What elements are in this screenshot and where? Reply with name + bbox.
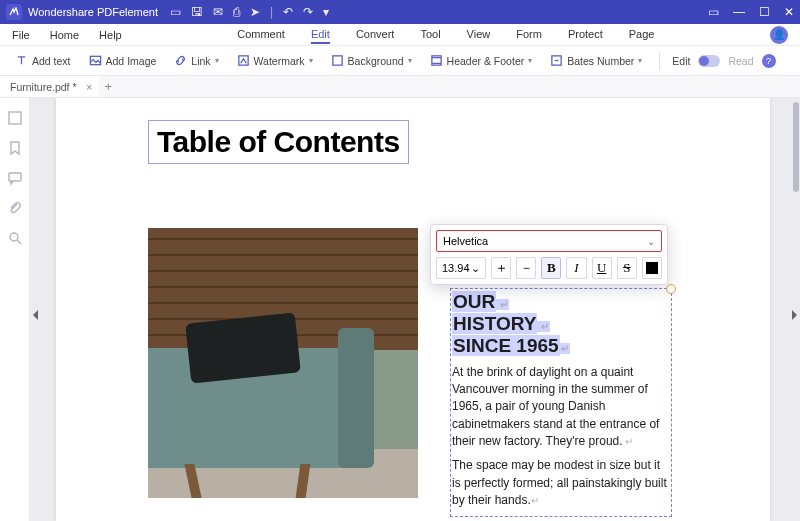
tab-tool[interactable]: Tool xyxy=(420,26,440,44)
menu-home[interactable]: Home xyxy=(50,29,79,41)
background-button[interactable]: Background ▾ xyxy=(326,52,417,69)
document-tab[interactable]: Furniture.pdf * × xyxy=(0,76,99,97)
text-icon xyxy=(15,54,28,67)
search-icon[interactable] xyxy=(7,230,23,246)
more-icon[interactable]: ▾ xyxy=(323,5,329,19)
text-edit-region[interactable]: OUR ↵ HISTORY ↵ SINCE 1965↵ At the brink… xyxy=(450,288,672,517)
hint-icon[interactable]: ? xyxy=(762,54,776,68)
chevron-down-icon: ▾ xyxy=(638,56,642,65)
chevron-down-icon: ⌄ xyxy=(471,262,480,275)
increase-size-button[interactable]: ＋ xyxy=(491,257,511,279)
add-tab-button[interactable]: + xyxy=(105,79,113,94)
font-color-button[interactable] xyxy=(642,257,662,279)
background-icon xyxy=(331,54,344,67)
toolbar-separator xyxy=(659,52,660,70)
app-title: Wondershare PDFelement xyxy=(28,6,158,18)
close-button[interactable]: ✕ xyxy=(784,5,794,19)
bates-number-button[interactable]: Bates Number ▾ xyxy=(545,52,647,69)
svg-point-7 xyxy=(10,233,18,241)
attachments-icon[interactable] xyxy=(7,200,23,216)
watermark-button[interactable]: Watermark ▾ xyxy=(232,52,318,69)
title-bar: Wondershare PDFelement ▭ 🖫 ✉ ⎙ ➤ | ↶ ↷ ▾… xyxy=(0,0,800,24)
text-format-popup: Helvetica ⌄ 13.94 ⌄ ＋ － B I U S xyxy=(430,224,668,285)
menu-help[interactable]: Help xyxy=(99,29,122,41)
document-image[interactable] xyxy=(148,228,418,498)
menu-file[interactable]: File xyxy=(12,29,30,41)
document-canvas[interactable]: Table of Contents OUR ↵ HISTORY ↵ SINCE … xyxy=(30,98,800,521)
svg-rect-6 xyxy=(9,173,21,181)
strikethrough-button[interactable]: S xyxy=(617,257,637,279)
body-paragraph-1[interactable]: At the brink of daylight on a quaint Van… xyxy=(452,364,670,451)
open-icon[interactable]: ▭ xyxy=(170,5,181,19)
font-family-select[interactable]: Helvetica ⌄ xyxy=(436,230,662,252)
window-controls: ▭ ― ☐ ✕ xyxy=(708,5,794,19)
workspace: Table of Contents OUR ↵ HISTORY ↵ SINCE … xyxy=(0,98,800,521)
user-avatar[interactable]: 👤 xyxy=(770,26,788,44)
underline-button[interactable]: U xyxy=(592,257,612,279)
read-mode-label: Read xyxy=(728,55,753,67)
tab-form[interactable]: Form xyxy=(516,26,542,44)
font-size-select[interactable]: 13.94 ⌄ xyxy=(436,257,486,279)
chevron-down-icon: ▾ xyxy=(408,56,412,65)
decrease-size-button[interactable]: － xyxy=(516,257,536,279)
thumbnails-icon[interactable] xyxy=(7,110,23,126)
link-icon xyxy=(174,54,187,67)
body-paragraph-2[interactable]: The space may be modest in size but it i… xyxy=(452,457,670,509)
save-icon[interactable]: 🖫 xyxy=(191,5,203,19)
bates-icon xyxy=(550,54,563,67)
image-icon xyxy=(89,54,102,67)
chevron-down-icon: ⌄ xyxy=(647,236,655,247)
chevron-down-icon: ▾ xyxy=(309,56,313,65)
italic-button[interactable]: I xyxy=(566,257,586,279)
pdf-page[interactable]: Table of Contents OUR ↵ HISTORY ↵ SINCE … xyxy=(56,98,770,521)
redo-icon[interactable]: ↷ xyxy=(303,5,313,19)
edit-read-toggle[interactable] xyxy=(698,55,720,67)
tab-edit[interactable]: Edit xyxy=(311,26,330,44)
share-icon[interactable]: ➤ xyxy=(250,5,260,19)
print-icon[interactable]: ⎙ xyxy=(233,5,240,19)
edit-toolbar: Add text Add Image Link ▾ Watermark ▾ Ba… xyxy=(0,46,800,76)
add-image-button[interactable]: Add Image xyxy=(84,52,162,69)
comments-icon[interactable] xyxy=(7,170,23,186)
close-tab-icon[interactable]: × xyxy=(86,81,92,93)
svg-rect-5 xyxy=(9,112,21,124)
edit-mode-label: Edit xyxy=(672,55,690,67)
tab-view[interactable]: View xyxy=(467,26,491,44)
mail-icon[interactable]: ✉ xyxy=(213,5,223,19)
vertical-scrollbar[interactable] xyxy=(793,102,799,192)
tab-comment[interactable]: Comment xyxy=(237,26,285,44)
tab-convert[interactable]: Convert xyxy=(356,26,395,44)
svg-rect-1 xyxy=(238,56,247,65)
header-footer-button[interactable]: Header & Footer ▾ xyxy=(425,52,538,69)
svg-rect-2 xyxy=(332,56,341,65)
selected-heading[interactable]: OUR ↵ HISTORY ↵ SINCE 1965↵ xyxy=(452,291,670,357)
chevron-down-icon: ▾ xyxy=(215,56,219,65)
side-panel xyxy=(0,98,30,521)
toc-heading-box[interactable]: Table of Contents xyxy=(148,120,409,164)
toc-title: Table of Contents xyxy=(157,125,400,159)
watermark-icon xyxy=(237,54,250,67)
header-footer-icon xyxy=(430,54,443,67)
link-button[interactable]: Link ▾ xyxy=(169,52,223,69)
document-tab-bar: Furniture.pdf * × + xyxy=(0,76,800,98)
window-menu-icon[interactable]: ▭ xyxy=(708,5,719,19)
undo-icon[interactable]: ↶ xyxy=(283,5,293,19)
minimize-button[interactable]: ― xyxy=(733,5,745,19)
tab-page[interactable]: Page xyxy=(629,26,655,44)
add-text-button[interactable]: Add text xyxy=(10,52,76,69)
tab-protect[interactable]: Protect xyxy=(568,26,603,44)
maximize-button[interactable]: ☐ xyxy=(759,5,770,19)
chevron-down-icon: ▾ xyxy=(528,56,532,65)
qat-separator: | xyxy=(270,5,273,19)
menu-bar: File Home Help Comment Edit Convert Tool… xyxy=(0,24,800,46)
bookmarks-icon[interactable] xyxy=(7,140,23,156)
bold-button[interactable]: B xyxy=(541,257,561,279)
app-logo xyxy=(6,4,22,20)
quick-access-toolbar: ▭ 🖫 ✉ ⎙ ➤ | ↶ ↷ ▾ xyxy=(170,5,329,19)
